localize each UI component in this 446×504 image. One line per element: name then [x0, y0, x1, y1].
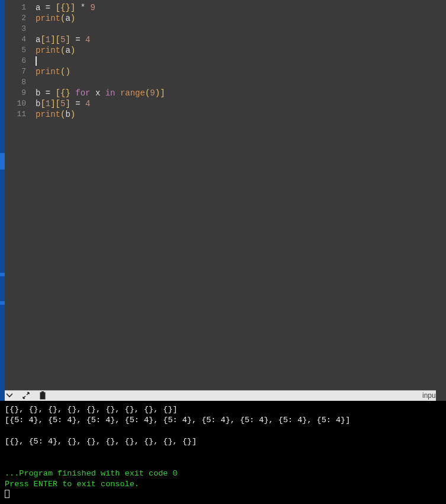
code-token: [{}] — [56, 3, 76, 12]
line-number: 4 — [5, 34, 31, 45]
code-token: () — [60, 67, 70, 76]
code-line[interactable]: print(b) — [31, 109, 446, 120]
code-token: for — [75, 88, 90, 98]
code-line[interactable]: b = [{} for x in range(9)] — [31, 88, 446, 98]
line-number: 11 — [5, 109, 31, 120]
clipboard-icon[interactable] — [38, 391, 47, 400]
code-token — [90, 88, 95, 98]
console-status-line: ...Program finished with exit code 0 — [5, 469, 178, 478]
code-line[interactable]: b[1][5] = 4 — [31, 98, 446, 109]
line-number: 3 — [5, 24, 31, 34]
code-token — [81, 99, 85, 109]
line-number: 8 — [5, 77, 31, 88]
code-token: a — [65, 14, 70, 23]
code-token — [50, 3, 55, 12]
code-editor[interactable]: a = [{}] * 9print(a)a[1][5] = 4print(a)p… — [31, 0, 446, 390]
line-number: 10 — [5, 98, 31, 109]
code-token: = — [46, 88, 50, 98]
code-token: 1 — [46, 35, 50, 44]
code-token: = — [75, 99, 80, 109]
code-token: ] — [65, 99, 70, 109]
console-cursor — [5, 490, 9, 498]
code-line[interactable]: print(a) — [31, 13, 446, 24]
editor-cursor — [36, 56, 37, 66]
code-token: ][ — [50, 99, 60, 109]
code-token — [40, 3, 45, 12]
code-token: print — [36, 46, 60, 55]
console-line: [{}, {5: 4}, {}, {}, {}, {}, {}, {}, {}] — [5, 437, 197, 446]
code-line[interactable]: print(a) — [31, 45, 446, 56]
code-token: print — [36, 110, 60, 119]
code-token: [ — [40, 35, 45, 44]
code-token: ) — [70, 110, 75, 119]
activity-bar[interactable] — [0, 0, 5, 430]
code-token: = — [46, 3, 50, 12]
line-number: 6 — [5, 56, 31, 66]
console-line: [{}, {}, {}, {}, {}, {}, {}, {}, {}] — [5, 405, 178, 414]
code-token: range — [120, 88, 145, 98]
ide-window: 1234567891011 a = [{}] * 9print(a)a[1][5… — [0, 0, 446, 504]
code-token: * — [81, 3, 85, 12]
code-token: print — [36, 14, 60, 23]
code-line[interactable] — [31, 77, 446, 88]
code-token — [70, 99, 75, 109]
activity-marker — [0, 273, 5, 276]
line-number-gutter: 1234567891011 — [5, 0, 31, 390]
code-token: ) — [70, 46, 75, 55]
chevron-down-icon[interactable] — [5, 391, 14, 400]
code-line[interactable]: print() — [31, 66, 446, 77]
expand-icon[interactable] — [21, 391, 31, 400]
code-token: 9 — [150, 88, 155, 98]
activity-marker — [0, 301, 5, 305]
line-number: 9 — [5, 88, 31, 98]
code-token: = — [75, 35, 80, 44]
code-token: b — [65, 110, 70, 119]
code-token: ][ — [50, 35, 60, 44]
code-token — [75, 3, 80, 12]
code-token: ) — [70, 14, 75, 23]
code-token: [ — [40, 99, 45, 109]
svg-rect-1 — [41, 391, 44, 393]
code-token — [100, 88, 105, 98]
line-number: 5 — [5, 45, 31, 56]
code-token: )] — [155, 88, 165, 98]
code-token — [70, 35, 75, 44]
code-line[interactable] — [31, 24, 446, 34]
code-token: 4 — [85, 35, 90, 44]
code-token: [{} — [56, 88, 70, 98]
line-number: 7 — [5, 66, 31, 77]
line-number: 2 — [5, 13, 31, 24]
code-token — [70, 88, 75, 98]
console-line: [{5: 4}, {5: 4}, {5: 4}, {5: 4}, {5: 4},… — [5, 416, 350, 425]
code-line[interactable] — [31, 56, 446, 66]
svg-rect-0 — [40, 393, 45, 399]
code-token: in — [105, 88, 115, 98]
code-line[interactable]: a = [{}] * 9 — [31, 2, 446, 13]
console-prompt-line: Press ENTER to exit console. — [5, 480, 139, 489]
code-token: ] — [65, 35, 70, 44]
code-token: 9 — [90, 3, 95, 12]
code-token — [40, 88, 45, 98]
line-number: 1 — [5, 2, 31, 13]
console-output[interactable]: [{}, {}, {}, {}, {}, {}, {}, {}, {}] [{5… — [0, 401, 446, 504]
code-token: print — [36, 67, 60, 76]
code-token: a — [65, 46, 70, 55]
code-token — [81, 35, 85, 44]
console-toolbar: input — [0, 390, 446, 401]
activity-marker — [0, 153, 5, 170]
code-token: 4 — [85, 99, 90, 109]
code-line[interactable]: a[1][5] = 4 — [31, 34, 446, 45]
editor-pane: 1234567891011 a = [{}] * 9print(a)a[1][5… — [5, 0, 446, 390]
code-token — [115, 88, 120, 98]
editor-scrollbar[interactable] — [436, 0, 446, 430]
code-token — [50, 88, 55, 98]
code-token: 1 — [46, 99, 50, 109]
